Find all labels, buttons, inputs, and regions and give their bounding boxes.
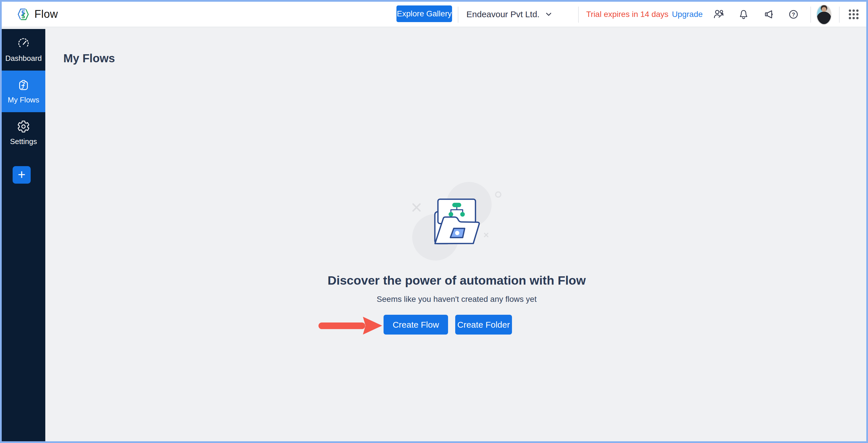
- main-content: My Flows Discover the power of automatio…: [47, 29, 866, 441]
- upgrade-link[interactable]: Upgrade: [672, 10, 703, 19]
- header-divider: [810, 7, 811, 23]
- top-header: Flow Explore Gallery Endeavour Pvt Ltd. …: [2, 2, 866, 27]
- app-logo: Flow: [17, 2, 58, 27]
- sidebar-item-my-flows[interactable]: My Flows: [2, 70, 45, 112]
- create-folder-button[interactable]: Create Folder: [455, 315, 512, 334]
- org-name: Endeavour Pvt Ltd.: [466, 9, 539, 19]
- org-selector[interactable]: Endeavour Pvt Ltd.: [466, 2, 552, 27]
- sidebar-item-settings[interactable]: Settings: [2, 112, 45, 154]
- sidebar-item-dashboard[interactable]: Dashboard: [2, 29, 45, 70]
- user-avatar[interactable]: [816, 5, 832, 25]
- chevron-down-icon: [546, 12, 552, 16]
- apps-grid-icon[interactable]: [846, 2, 861, 27]
- annotation-arrow: [316, 315, 384, 336]
- settings-gear-icon: [17, 120, 30, 133]
- page-title: My Flows: [63, 52, 115, 65]
- header-divider: [458, 7, 458, 23]
- header-divider: [839, 7, 840, 23]
- invite-users-icon[interactable]: [713, 2, 725, 27]
- flows-clipboard-icon: [17, 78, 30, 91]
- trial-banner: Trial expires in 14 days Upgrade: [586, 2, 703, 27]
- sidebar-item-label: My Flows: [8, 95, 39, 105]
- dashboard-gauge-icon: [17, 37, 30, 50]
- app-window: { "header": { "logo_text": "Flow", "expl…: [0, 0, 868, 443]
- trial-expiry-text: Trial expires in 14 days: [586, 10, 669, 19]
- left-sidebar: Dashboard My Flows Settings +: [2, 29, 45, 441]
- flow-logo-icon: [17, 8, 30, 21]
- empty-state-heading: Discover the power of automation with Fl…: [47, 273, 866, 288]
- sidebar-item-label: Settings: [10, 137, 37, 146]
- empty-state-subtitle: Seems like you haven't created any flows…: [47, 295, 866, 304]
- question-glyph: ?: [792, 11, 795, 17]
- announcements-megaphone-icon[interactable]: [763, 2, 775, 27]
- explore-gallery-button[interactable]: Explore Gallery: [397, 5, 452, 22]
- header-divider: [578, 7, 579, 23]
- empty-folder-illustration: [397, 178, 529, 264]
- create-new-button[interactable]: +: [12, 166, 31, 184]
- app-title: Flow: [34, 8, 58, 20]
- sidebar-item-label: Dashboard: [5, 54, 41, 63]
- notifications-bell-icon[interactable]: [738, 2, 749, 27]
- create-flow-button[interactable]: Create Flow: [383, 315, 448, 334]
- help-icon[interactable]: ?: [788, 2, 799, 27]
